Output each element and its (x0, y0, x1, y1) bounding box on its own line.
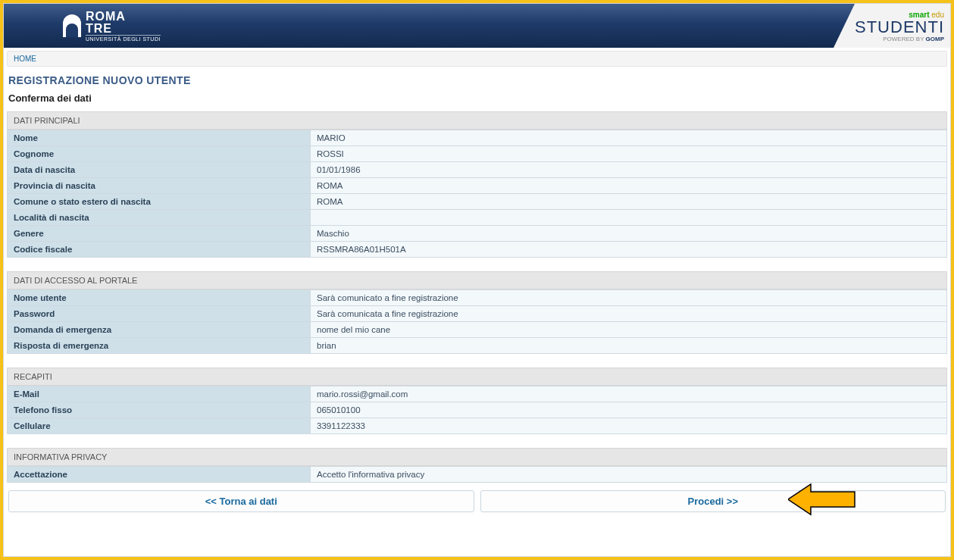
field-label: Domanda di emergenza (8, 322, 311, 338)
breadcrumb-home[interactable]: HOME (14, 55, 36, 63)
table-row: Data di nascita01/01/1986 (8, 162, 947, 178)
table-row: PasswordSarà comunicata a fine registraz… (8, 306, 947, 322)
table-row: CognomeROSSI (8, 146, 947, 162)
field-label: Provincia di nascita (8, 178, 311, 194)
field-label: Codice fiscale (8, 242, 311, 258)
table-row: Telefono fisso065010100 (8, 402, 947, 418)
field-label: Telefono fisso (8, 402, 311, 418)
table-row: Risposta di emergenzabrian (8, 338, 947, 354)
access-data-table: Nome utenteSarà comunicato a fine regist… (7, 289, 947, 354)
arch-icon (63, 14, 81, 37)
table-row: Provincia di nascitaROMA (8, 178, 947, 194)
table-row: Cellulare3391122333 (8, 418, 947, 434)
gomp-label: GOMP (926, 36, 944, 42)
field-label: Comune o stato estero di nascita (8, 194, 311, 210)
table-row: Comune o stato estero di nascitaROMA (8, 194, 947, 210)
page-title: REGISTRAZIONE NUOVO UTENTE (7, 68, 947, 92)
field-value: RSSMRA86A01H501A (311, 242, 947, 258)
contacts-data-table: E-Mailmario.rossi@gmail.com Telefono fis… (7, 386, 947, 434)
field-value: mario.rossi@gmail.com (311, 386, 947, 402)
main-data-table: NomeMARIO CognomeROSSI Data di nascita01… (7, 130, 947, 258)
logo-line1: ROMA (86, 11, 161, 23)
logo-line3: UNIVERSITÀ DEGLI STUDI (86, 35, 161, 42)
field-value: MARIO (311, 130, 947, 146)
field-label: Nome (8, 130, 311, 146)
field-value: 3391122333 (311, 418, 947, 434)
field-value: Maschio (311, 226, 947, 242)
field-label: Risposta di emergenza (8, 338, 311, 354)
field-value: 065010100 (311, 402, 947, 418)
field-label: Data di nascita (8, 162, 311, 178)
table-row: Nome utenteSarà comunicato a fine regist… (8, 290, 947, 306)
section-header-contacts: RECAPITI (7, 368, 947, 386)
table-row: Domanda di emergenzanome del mio cane (8, 322, 947, 338)
field-label: Accettazione (8, 467, 311, 483)
header-bar: ROMA TRE UNIVERSITÀ DEGLI STUDI smart ed… (4, 4, 950, 48)
field-label: Nome utente (8, 290, 311, 306)
back-button[interactable]: << Torna ai dati (8, 490, 474, 512)
field-value: 01/01/1986 (311, 162, 947, 178)
studenti-label: STUDENTI (855, 19, 944, 36)
field-label: Cognome (8, 146, 311, 162)
field-value: ROMA (311, 194, 947, 210)
section-header-access: DATI DI ACCESSO AL PORTALE (7, 271, 947, 289)
logo-line2: TRE (86, 23, 161, 35)
table-row: E-Mailmario.rossi@gmail.com (8, 386, 947, 402)
field-label: Località di nascita (8, 210, 311, 226)
table-row: GenereMaschio (8, 226, 947, 242)
field-value: Accetto l'informativa privacy (311, 467, 947, 483)
breadcrumb: HOME (7, 51, 947, 67)
gomp-prefix: POWERED BY (883, 36, 925, 42)
field-value: nome del mio cane (311, 322, 947, 338)
field-value: brian (311, 338, 947, 354)
proceed-button[interactable]: Procedi >> (480, 490, 946, 512)
page-subtitle: Conferma dei dati (7, 92, 947, 111)
field-label: E-Mail (8, 386, 311, 402)
section-header-main: DATI PRINCIPALI (7, 111, 947, 130)
table-row: AccettazioneAccetto l'informativa privac… (8, 467, 947, 483)
section-header-privacy: INFORMATIVA PRIVACY (7, 448, 947, 466)
field-label: Genere (8, 226, 311, 242)
table-row: Località di nascita (8, 210, 947, 226)
field-value: ROSSI (311, 146, 947, 162)
table-row: Codice fiscaleRSSMRA86A01H501A (8, 242, 947, 258)
field-value: ROMA (311, 178, 947, 194)
university-logo[interactable]: ROMA TRE UNIVERSITÀ DEGLI STUDI (63, 11, 161, 42)
field-value: Sarà comunicata a fine registrazione (311, 306, 947, 322)
studenti-badge: smart edu STUDENTI POWERED BY GOMP (834, 4, 950, 48)
privacy-data-table: AccettazioneAccetto l'informativa privac… (7, 466, 947, 483)
field-value (311, 210, 947, 226)
table-row: NomeMARIO (8, 130, 947, 146)
field-label: Password (8, 306, 311, 322)
field-label: Cellulare (8, 418, 311, 434)
field-value: Sarà comunicato a fine registrazione (311, 290, 947, 306)
